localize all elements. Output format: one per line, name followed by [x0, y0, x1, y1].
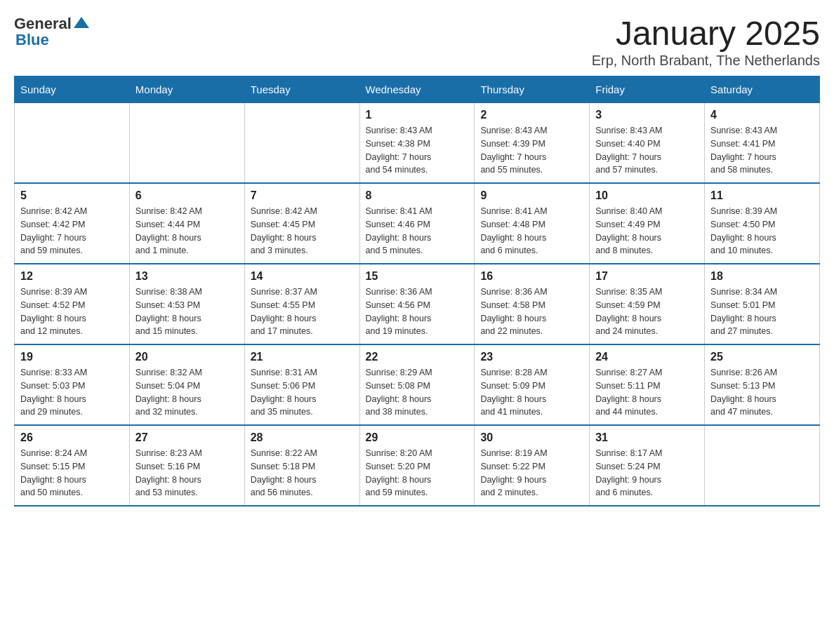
week-row-4: 19Sunrise: 8:33 AM Sunset: 5:03 PM Dayli…: [15, 344, 820, 425]
calendar-cell: [705, 425, 820, 506]
day-info: Sunrise: 8:26 AM Sunset: 5:13 PM Dayligh…: [710, 366, 814, 419]
day-number: 30: [480, 431, 583, 444]
day-number: 16: [480, 270, 583, 283]
calendar-cell: 9Sunrise: 8:41 AM Sunset: 4:48 PM Daylig…: [475, 183, 590, 264]
day-info: Sunrise: 8:38 AM Sunset: 4:53 PM Dayligh…: [135, 286, 239, 338]
day-info: Sunrise: 8:32 AM Sunset: 5:04 PM Dayligh…: [135, 366, 239, 419]
calendar-cell: 5Sunrise: 8:42 AM Sunset: 4:42 PM Daylig…: [15, 183, 130, 264]
day-number: 18: [710, 270, 814, 283]
calendar-cell: 3Sunrise: 8:43 AM Sunset: 4:40 PM Daylig…: [590, 103, 705, 184]
header-monday: Monday: [129, 76, 244, 103]
day-number: 23: [480, 351, 583, 363]
calendar-cell: 29Sunrise: 8:20 AM Sunset: 5:20 PM Dayli…: [359, 425, 475, 506]
day-info: Sunrise: 8:36 AM Sunset: 4:58 PM Dayligh…: [480, 286, 583, 338]
logo: General Blue: [14, 14, 89, 49]
day-info: Sunrise: 8:34 AM Sunset: 5:01 PM Dayligh…: [710, 286, 814, 338]
calendar-cell: 15Sunrise: 8:36 AM Sunset: 4:56 PM Dayli…: [359, 264, 475, 344]
day-info: Sunrise: 8:19 AM Sunset: 5:22 PM Dayligh…: [480, 447, 583, 499]
day-number: 12: [20, 270, 124, 283]
calendar-cell: 26Sunrise: 8:24 AM Sunset: 5:15 PM Dayli…: [15, 425, 130, 506]
day-number: 29: [366, 431, 469, 444]
logo-blue: Blue: [15, 31, 49, 49]
week-row-2: 5Sunrise: 8:42 AM Sunset: 4:42 PM Daylig…: [15, 183, 820, 264]
svg-marker-0: [74, 17, 89, 28]
calendar-cell: 23Sunrise: 8:28 AM Sunset: 5:09 PM Dayli…: [475, 344, 590, 425]
calendar-cell: 17Sunrise: 8:35 AM Sunset: 4:59 PM Dayli…: [590, 264, 705, 344]
calendar-table: SundayMondayTuesdayWednesdayThursdayFrid…: [14, 76, 820, 507]
day-info: Sunrise: 8:43 AM Sunset: 4:41 PM Dayligh…: [710, 124, 814, 177]
page-header: General Blue January 2025 Erp, North Bra…: [14, 14, 820, 69]
day-number: 11: [710, 189, 814, 202]
day-info: Sunrise: 8:17 AM Sunset: 5:24 PM Dayligh…: [595, 447, 699, 499]
calendar-cell: 30Sunrise: 8:19 AM Sunset: 5:22 PM Dayli…: [475, 425, 590, 506]
day-info: Sunrise: 8:41 AM Sunset: 4:48 PM Dayligh…: [480, 205, 583, 257]
day-number: 5: [20, 189, 124, 202]
day-number: 10: [595, 189, 699, 202]
calendar-header-row: SundayMondayTuesdayWednesdayThursdayFrid…: [15, 76, 820, 103]
day-info: Sunrise: 8:39 AM Sunset: 4:52 PM Dayligh…: [20, 286, 124, 338]
calendar-cell: 16Sunrise: 8:36 AM Sunset: 4:58 PM Dayli…: [475, 264, 590, 344]
calendar-cell: 31Sunrise: 8:17 AM Sunset: 5:24 PM Dayli…: [590, 425, 705, 506]
day-number: 19: [20, 351, 124, 363]
calendar-cell: 8Sunrise: 8:41 AM Sunset: 4:46 PM Daylig…: [359, 183, 475, 264]
header-friday: Friday: [590, 76, 705, 103]
calendar-cell: 20Sunrise: 8:32 AM Sunset: 5:04 PM Dayli…: [129, 344, 244, 425]
day-info: Sunrise: 8:42 AM Sunset: 4:44 PM Dayligh…: [135, 205, 239, 257]
day-number: 13: [135, 270, 239, 283]
day-number: 25: [710, 351, 814, 363]
day-info: Sunrise: 8:28 AM Sunset: 5:09 PM Dayligh…: [480, 366, 583, 419]
day-number: 17: [595, 270, 699, 283]
calendar-cell: 6Sunrise: 8:42 AM Sunset: 4:44 PM Daylig…: [129, 183, 244, 264]
calendar-cell: 21Sunrise: 8:31 AM Sunset: 5:06 PM Dayli…: [244, 344, 359, 425]
week-row-3: 12Sunrise: 8:39 AM Sunset: 4:52 PM Dayli…: [15, 264, 820, 344]
logo-icon: [74, 15, 89, 31]
calendar-cell: 25Sunrise: 8:26 AM Sunset: 5:13 PM Dayli…: [705, 344, 820, 425]
calendar-cell: 14Sunrise: 8:37 AM Sunset: 4:55 PM Dayli…: [244, 264, 359, 344]
day-info: Sunrise: 8:27 AM Sunset: 5:11 PM Dayligh…: [595, 366, 699, 419]
calendar-cell: 10Sunrise: 8:40 AM Sunset: 4:49 PM Dayli…: [590, 183, 705, 264]
day-number: 6: [135, 189, 239, 202]
calendar-cell: [129, 103, 244, 184]
header-tuesday: Tuesday: [244, 76, 359, 103]
calendar-cell: 7Sunrise: 8:42 AM Sunset: 4:45 PM Daylig…: [244, 183, 359, 264]
day-number: 15: [366, 270, 469, 283]
calendar-cell: 1Sunrise: 8:43 AM Sunset: 4:38 PM Daylig…: [359, 103, 475, 184]
calendar-cell: [244, 103, 359, 184]
day-number: 7: [251, 189, 354, 202]
day-number: 27: [135, 431, 239, 444]
header-thursday: Thursday: [475, 76, 590, 103]
calendar-cell: 28Sunrise: 8:22 AM Sunset: 5:18 PM Dayli…: [244, 425, 359, 506]
day-info: Sunrise: 8:41 AM Sunset: 4:46 PM Dayligh…: [366, 205, 469, 257]
day-info: Sunrise: 8:43 AM Sunset: 4:39 PM Dayligh…: [480, 124, 583, 177]
header-saturday: Saturday: [705, 76, 820, 103]
week-row-5: 26Sunrise: 8:24 AM Sunset: 5:15 PM Dayli…: [15, 425, 820, 506]
day-info: Sunrise: 8:42 AM Sunset: 4:45 PM Dayligh…: [251, 205, 354, 257]
day-info: Sunrise: 8:43 AM Sunset: 4:40 PM Dayligh…: [595, 124, 699, 177]
day-info: Sunrise: 8:42 AM Sunset: 4:42 PM Dayligh…: [20, 205, 124, 257]
day-number: 22: [366, 351, 469, 363]
day-number: 21: [251, 351, 354, 363]
subtitle: Erp, North Brabant, The Netherlands: [592, 53, 820, 69]
day-info: Sunrise: 8:37 AM Sunset: 4:55 PM Dayligh…: [251, 286, 354, 338]
day-number: 28: [251, 431, 354, 444]
calendar-cell: 19Sunrise: 8:33 AM Sunset: 5:03 PM Dayli…: [15, 344, 130, 425]
calendar-cell: 24Sunrise: 8:27 AM Sunset: 5:11 PM Dayli…: [590, 344, 705, 425]
day-number: 3: [595, 109, 699, 121]
day-number: 8: [366, 189, 469, 202]
day-number: 24: [595, 351, 699, 363]
day-number: 14: [251, 270, 354, 283]
day-info: Sunrise: 8:20 AM Sunset: 5:20 PM Dayligh…: [366, 447, 469, 499]
header-sunday: Sunday: [15, 76, 130, 103]
day-info: Sunrise: 8:35 AM Sunset: 4:59 PM Dayligh…: [595, 286, 699, 338]
calendar-cell: 4Sunrise: 8:43 AM Sunset: 4:41 PM Daylig…: [705, 103, 820, 184]
header-wednesday: Wednesday: [359, 76, 475, 103]
day-info: Sunrise: 8:24 AM Sunset: 5:15 PM Dayligh…: [20, 447, 124, 499]
day-number: 1: [366, 109, 469, 121]
day-number: 4: [710, 109, 814, 121]
calendar-cell: 13Sunrise: 8:38 AM Sunset: 4:53 PM Dayli…: [129, 264, 244, 344]
day-info: Sunrise: 8:39 AM Sunset: 4:50 PM Dayligh…: [710, 205, 814, 257]
calendar-cell: 12Sunrise: 8:39 AM Sunset: 4:52 PM Dayli…: [15, 264, 130, 344]
day-info: Sunrise: 8:36 AM Sunset: 4:56 PM Dayligh…: [366, 286, 469, 338]
calendar-cell: 22Sunrise: 8:29 AM Sunset: 5:08 PM Dayli…: [359, 344, 475, 425]
day-number: 31: [595, 431, 699, 444]
